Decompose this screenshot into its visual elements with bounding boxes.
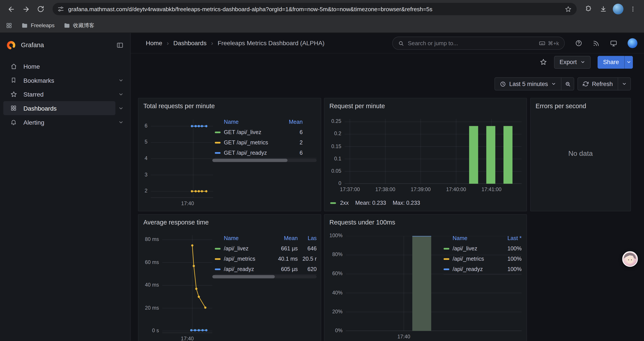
panel-title[interactable]: Requests under 100ms [324, 215, 526, 226]
refresh-interval-chevron[interactable] [618, 77, 631, 90]
sidebar-item-label: Bookmarks [24, 77, 54, 84]
floating-assistant-avatar[interactable] [622, 251, 638, 267]
bookmark-star-icon[interactable] [565, 6, 572, 13]
series-name[interactable]: /api/_metrics [224, 256, 255, 262]
favorite-star-icon[interactable] [540, 58, 547, 66]
dashboard-actions: Export Share [540, 54, 633, 71]
series-color-icon [215, 258, 220, 260]
y-axis-tick: 2 [138, 188, 148, 194]
chevron-down-icon[interactable] [116, 119, 126, 125]
refresh-button[interactable]: Refresh [578, 77, 618, 90]
url-text[interactable]: grafana.mathmast.com/d/deytv4rwavabkb/fr… [68, 6, 561, 12]
time-range-label: Last 5 minutes [509, 81, 548, 87]
series-color-icon [215, 268, 220, 270]
export-button[interactable]: Export [554, 56, 591, 69]
series-value: 40.1 ms [272, 256, 298, 262]
sidebar-item-dashboards[interactable]: Dashboards [0, 101, 130, 115]
time-range-picker[interactable]: Last 5 minutes [494, 77, 562, 90]
series-color-icon [215, 248, 220, 249]
bookmark-folder[interactable]: 收藏博客 [64, 22, 94, 29]
chevron-down-icon[interactable] [116, 92, 126, 97]
user-avatar[interactable] [628, 38, 638, 48]
sidebar-item-alerting[interactable]: Alerting [0, 115, 130, 129]
grafana-logo[interactable] [6, 41, 16, 50]
reload-icon[interactable] [34, 2, 48, 16]
panel-title[interactable]: Errors per second [531, 98, 630, 110]
panel-title[interactable]: Request per minute [324, 98, 526, 110]
legend-column-header[interactable]: Name [215, 119, 280, 125]
clock-icon [500, 81, 506, 87]
legend-column-header[interactable]: Mean [280, 119, 303, 125]
screen: grafana.mathmast.com/d/deytv4rwavabkb/fr… [0, 0, 644, 341]
series-name[interactable]: /api/_metrics [453, 256, 484, 262]
monitor-icon[interactable] [610, 40, 617, 47]
legend-row: /api/_livez661 µs646 [215, 243, 317, 254]
series-value: 2 [280, 139, 303, 146]
breadcrumb-home[interactable]: Home [146, 40, 162, 47]
legend-scrollbar[interactable] [212, 275, 317, 278]
series-name[interactable]: /api/_readyz [224, 266, 254, 272]
search-input[interactable]: Search or jump to... ⌘+k [392, 37, 565, 50]
legend-column-header[interactable]: Name [215, 235, 272, 241]
series-name[interactable]: 2xx [340, 200, 348, 206]
apps-grid-icon[interactable] [6, 22, 12, 29]
collapse-sidebar-icon[interactable] [116, 42, 124, 49]
time-controls: Last 5 minutes Refresh [494, 77, 631, 90]
rss-icon[interactable] [593, 40, 600, 47]
address-bar[interactable]: grafana.mathmast.com/d/deytv4rwavabkb/fr… [52, 3, 577, 15]
legend-table: NameMeanGET /api/_livez6GET /api/_metric… [215, 116, 317, 158]
bell-icon [10, 119, 17, 126]
bar-chart[interactable] [344, 119, 522, 184]
breadcrumb-separator-icon: › [211, 40, 213, 47]
series-name[interactable]: /api/_livez [453, 245, 478, 252]
chevron-down-icon[interactable] [116, 106, 126, 111]
y-axis-tick: 80 ms [140, 237, 159, 242]
no-data-message: No data [531, 150, 630, 158]
legend-column-header[interactable]: Las [298, 235, 316, 241]
legend-header: NameLast * [444, 233, 522, 244]
bookmark-folder[interactable]: Freeleaps [21, 22, 54, 29]
legend-column-header[interactable]: Last * [496, 235, 522, 241]
y-axis-tick: 0.1 [324, 156, 341, 162]
legend-row: GET /api/_metrics2 [215, 137, 303, 148]
sidebar-item-bookmarks[interactable]: Bookmarks [0, 73, 130, 87]
share-menu-chevron[interactable] [624, 56, 633, 69]
series-color-icon [215, 131, 220, 133]
refresh-label: Refresh [592, 81, 613, 87]
panel-title[interactable]: Total requests per minute [138, 98, 321, 110]
site-settings-icon[interactable] [58, 6, 64, 12]
help-icon[interactable] [575, 40, 582, 47]
breadcrumb-dashboards[interactable]: Dashboards [174, 40, 207, 47]
time-series-chart[interactable] [162, 235, 212, 333]
series-name[interactable]: GET /api/_livez [224, 129, 261, 135]
panel-request-per-minute: Request per minute 2xx Mean: 0.233 Max: … [324, 98, 527, 211]
panel-title[interactable]: Average response time [138, 215, 321, 226]
folder-icon [64, 22, 70, 29]
bookmark-icon [10, 77, 17, 83]
forward-icon[interactable] [19, 2, 33, 16]
legend-column-header[interactable]: Name [444, 235, 496, 241]
legend-scrollbar[interactable] [212, 159, 317, 162]
series-name[interactable]: GET /api/_readyz [224, 150, 267, 156]
downloads-icon[interactable] [596, 2, 610, 16]
share-button[interactable]: Share [598, 56, 624, 69]
series-name[interactable]: GET /api/_metrics [224, 139, 268, 146]
series-name[interactable]: /api/_livez [224, 245, 248, 252]
menu-kebab-icon[interactable] [626, 2, 640, 16]
chevron-down-icon [551, 81, 556, 86]
legend-column-header[interactable]: Mean [272, 235, 298, 241]
extensions-icon[interactable] [582, 2, 596, 16]
zoom-out-button[interactable] [561, 77, 574, 90]
legend-row: /api/_livez100% [444, 243, 522, 254]
time-series-chart[interactable] [151, 120, 213, 198]
sidebar-item-starred[interactable]: Starred [0, 87, 130, 101]
chevron-down-icon[interactable] [116, 78, 126, 83]
series-value: 620 [298, 266, 316, 272]
sidebar-item-home[interactable]: Home [0, 59, 130, 73]
breadcrumb-separator-icon: › [167, 40, 169, 47]
browser-profile-avatar[interactable] [613, 4, 624, 15]
back-icon[interactable] [4, 2, 18, 16]
y-axis-tick: 80% [324, 252, 342, 257]
panel-requests-under-100ms: Requests under 100ms NameLast */api/_liv… [324, 214, 527, 341]
series-name[interactable]: /api/_readyz [453, 266, 483, 272]
